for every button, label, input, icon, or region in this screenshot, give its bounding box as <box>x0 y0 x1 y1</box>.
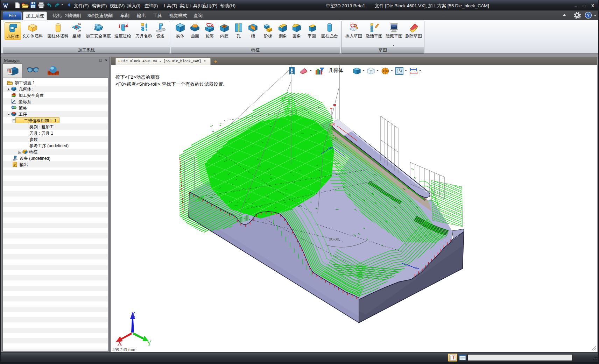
svg-text:100: 100 <box>330 122 335 126</box>
svg-text:Y: Y <box>147 339 151 346</box>
svg-text:Z: Z <box>131 311 135 318</box>
svg-text:75: 75 <box>329 134 333 138</box>
svg-text:?: ? <box>587 13 590 18</box>
svg-text:90.00: 90.00 <box>329 236 339 242</box>
svg-text:X: X <box>117 339 122 346</box>
